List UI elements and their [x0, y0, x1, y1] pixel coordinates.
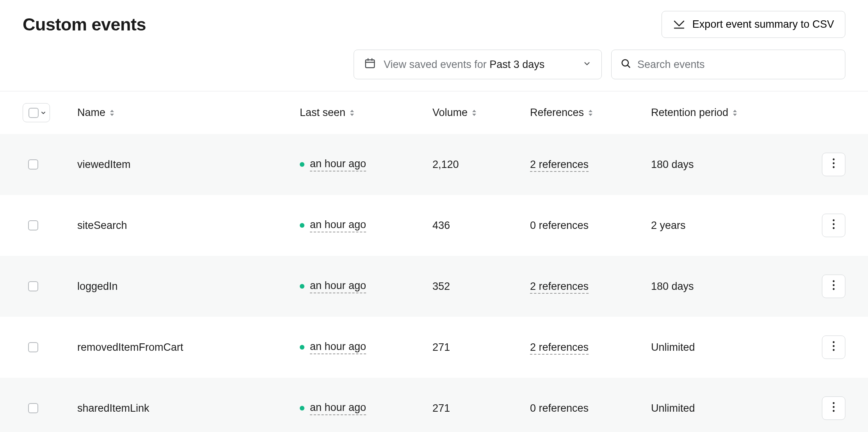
volume-value: 436	[432, 220, 530, 232]
row-actions-menu-button[interactable]	[822, 396, 845, 420]
page-title: Custom events	[23, 14, 146, 35]
svg-point-28	[833, 349, 835, 351]
references-link[interactable]: 2 references	[530, 280, 589, 294]
svg-point-29	[833, 402, 835, 404]
column-header-last-seen[interactable]: Last seen	[300, 107, 432, 119]
svg-marker-13	[589, 110, 592, 112]
sort-icon	[588, 109, 593, 117]
column-header-retention-label: Retention period	[651, 107, 728, 119]
svg-marker-8	[110, 114, 114, 116]
row-actions-menu-button[interactable]	[822, 153, 845, 176]
svg-point-30	[833, 406, 835, 408]
search-events-box[interactable]	[611, 50, 845, 79]
svg-point-25	[833, 288, 835, 290]
row-checkbox[interactable]	[28, 220, 38, 230]
kebab-icon	[832, 280, 835, 293]
table-row: removedItemFromCartan hour ago2712 refer…	[0, 317, 868, 378]
retention-value: 180 days	[651, 159, 791, 171]
references-link[interactable]: 2 references	[530, 341, 589, 355]
chevron-down-icon	[40, 107, 46, 119]
retention-value: 2 years	[651, 220, 791, 232]
svg-marker-9	[350, 110, 354, 112]
column-header-last-seen-label: Last seen	[300, 107, 345, 119]
svg-marker-12	[472, 114, 476, 116]
kebab-icon	[832, 341, 835, 354]
search-icon	[620, 58, 631, 71]
references-link[interactable]: 2 references	[530, 159, 589, 172]
svg-marker-15	[733, 110, 737, 112]
column-header-name-label: Name	[77, 107, 105, 119]
status-dot-icon	[300, 223, 304, 228]
svg-point-31	[833, 410, 835, 412]
column-header-name[interactable]: Name	[77, 107, 300, 119]
event-name: siteSearch	[77, 220, 300, 232]
last-seen-value: an hour ago	[310, 280, 366, 293]
table-row: loggedInan hour ago3522 references180 da…	[0, 256, 868, 317]
date-range-value: Past 3 days	[489, 59, 544, 70]
references-value: 0 references	[530, 402, 589, 414]
svg-point-22	[833, 227, 835, 229]
svg-point-17	[833, 158, 835, 160]
event-name: removedItemFromCart	[77, 341, 300, 353]
volume-value: 2,120	[432, 159, 530, 171]
svg-rect-1	[366, 60, 375, 68]
svg-marker-14	[589, 114, 592, 116]
row-checkbox[interactable]	[28, 403, 38, 413]
status-dot-icon	[300, 406, 304, 411]
last-seen-value: an hour ago	[310, 219, 366, 232]
svg-point-24	[833, 284, 835, 286]
event-name: viewedItem	[77, 159, 300, 171]
select-all-checkbox[interactable]	[28, 108, 39, 118]
row-actions-menu-button[interactable]	[822, 214, 845, 237]
table-header: Name Last seen Volume References	[0, 91, 868, 134]
search-events-input[interactable]	[637, 59, 836, 71]
select-all-dropdown[interactable]	[23, 103, 50, 122]
column-header-retention[interactable]: Retention period	[651, 107, 791, 119]
calendar-icon	[364, 57, 376, 72]
row-checkbox[interactable]	[28, 281, 38, 291]
row-checkbox[interactable]	[28, 342, 38, 352]
retention-value: Unlimited	[651, 402, 791, 414]
kebab-icon	[832, 158, 835, 171]
svg-marker-10	[350, 114, 354, 116]
volume-value: 352	[432, 280, 530, 293]
sort-icon	[471, 109, 477, 117]
sort-icon	[109, 109, 115, 117]
svg-marker-16	[733, 114, 737, 116]
svg-point-20	[833, 219, 835, 221]
event-name: sharedItemLink	[77, 402, 300, 414]
svg-point-26	[833, 341, 835, 343]
svg-line-6	[628, 65, 630, 67]
events-table: Name Last seen Volume References	[0, 91, 868, 432]
svg-point-21	[833, 223, 835, 225]
retention-value: Unlimited	[651, 341, 791, 353]
column-header-volume[interactable]: Volume	[432, 107, 530, 119]
column-header-references-label: References	[530, 107, 584, 119]
svg-point-27	[833, 345, 835, 347]
last-seen-value: an hour ago	[310, 158, 366, 171]
column-header-references[interactable]: References	[530, 107, 651, 119]
references-value: 0 references	[530, 220, 589, 231]
svg-marker-11	[472, 110, 476, 112]
row-actions-menu-button[interactable]	[822, 336, 845, 359]
last-seen-value: an hour ago	[310, 341, 366, 354]
column-header-volume-label: Volume	[432, 107, 468, 119]
row-checkbox[interactable]	[28, 159, 38, 170]
sort-icon	[349, 109, 355, 117]
table-row: viewedIteman hour ago2,1202 references18…	[0, 134, 868, 195]
sort-icon	[732, 109, 738, 117]
status-dot-icon	[300, 162, 304, 167]
export-csv-button[interactable]: Export event summary to CSV	[662, 11, 845, 38]
date-range-prefix: View saved events for	[384, 59, 487, 70]
table-row: siteSearchan hour ago4360 references2 ye…	[0, 195, 868, 256]
status-dot-icon	[300, 284, 304, 289]
date-range-dropdown[interactable]: View saved events for Past 3 days	[354, 50, 602, 79]
retention-value: 180 days	[651, 280, 791, 293]
kebab-icon	[832, 219, 835, 232]
row-actions-menu-button[interactable]	[822, 275, 845, 298]
svg-point-18	[833, 162, 835, 164]
download-icon	[673, 20, 685, 30]
status-dot-icon	[300, 345, 304, 350]
volume-value: 271	[432, 402, 530, 414]
svg-marker-7	[110, 110, 114, 112]
